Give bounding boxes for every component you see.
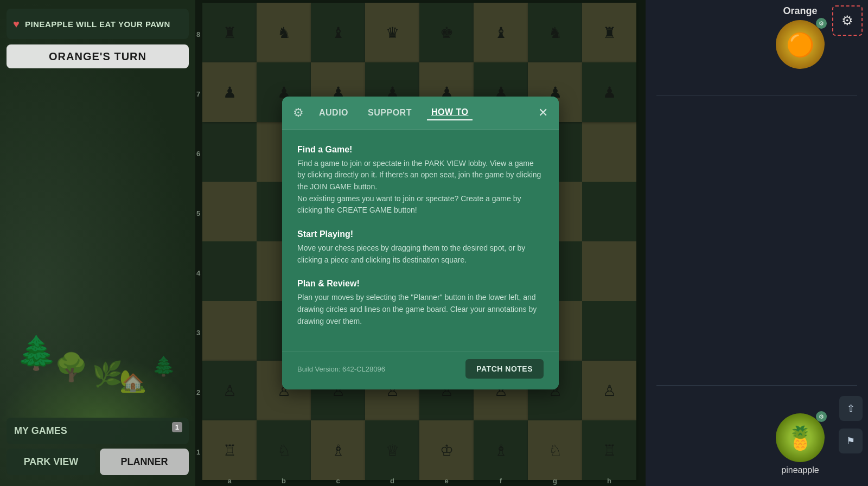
notification-bar: ♥ PINEAPPLE WILL EAT YOUR PAWN [7,9,189,39]
share-button[interactable]: ⇧ [839,396,863,421]
modal-body: Find a Game! Find a game to join or spec… [282,130,559,351]
notification-text: PINEAPPLE WILL EAT YOUR PAWN [25,20,170,29]
row-labels: 8 7 6 5 4 3 2 1 [196,4,200,482]
howto-plan-review-title: Plan & Review! [297,279,544,289]
planner-button[interactable]: PLANNER [100,449,189,475]
flag-icon: ⚑ [846,436,855,446]
orange-status-badge: ⚙ [816,18,827,29]
howto-find-game: Find a Game! Find a game to join or spec… [297,145,544,216]
howto-start-playing-title: Start Playing! [297,229,544,239]
howto-start-playing-text: Move your chess pieces by dragging them … [297,242,544,266]
howto-find-game-title: Find a Game! [297,145,544,155]
my-games-badge: 1 [172,422,182,432]
build-version: Build Version: 642-CL28096 [297,365,385,373]
modal-overlay: ⚙ AUDIO SUPPORT HOW TO ✕ Find a Game! Fi… [195,0,646,486]
bottom-row: PARK VIEW PLANNER [7,449,189,475]
scenery-decoration: 🌲 🌳 🌿 🏡 🌲 [0,258,195,421]
bottom-navigation: MY GAMES 1 PARK VIEW PLANNER [7,418,189,475]
player-orange-name: Orange [776,5,825,17]
turn-text: ORANGE'S TURN [49,50,146,63]
tab-support[interactable]: SUPPORT [363,106,416,120]
howto-plan-review-text: Plan your moves by selecting the "Planne… [297,292,544,327]
pineapple-emoji: 🍍 [786,425,814,451]
howto-plan-review: Plan & Review! Plan your moves by select… [297,279,544,327]
flag-button[interactable]: ⚑ [839,429,863,453]
modal-footer: Build Version: 642-CL28096 PATCH NOTES [282,351,559,389]
patch-notes-button[interactable]: PATCH NOTES [465,359,544,379]
divider-bottom [656,385,857,386]
modal-header: ⚙ AUDIO SUPPORT HOW TO ✕ [282,97,559,130]
modal-close-button[interactable]: ✕ [538,106,548,120]
heart-icon: ♥ [13,18,20,30]
player-pineapple-name: pineapple [776,465,825,475]
settings-gear-icon: ⚙ [293,106,304,120]
tab-audio[interactable]: AUDIO [315,106,353,120]
settings-modal: ⚙ AUDIO SUPPORT HOW TO ✕ Find a Game! Fi… [282,97,559,390]
turn-indicator: ORANGE'S TURN [7,44,189,68]
col-labels: a b c d e f g h [202,477,636,485]
tab-howto[interactable]: HOW TO [427,105,473,120]
my-games-button[interactable]: MY GAMES 1 [7,418,189,444]
orange-emoji: 🟠 [786,31,814,58]
howto-start-playing: Start Playing! Move your chess pieces by… [297,229,544,266]
right-sidebar: ⚙ Orange 🟠 ⚙ 🍍 ⚙ pineapple ⇧ ⚑ [646,0,868,486]
share-icon: ⇧ [847,403,855,414]
player-orange-container: Orange 🟠 ⚙ [776,5,825,69]
divider-top [656,95,857,95]
settings-icon: ⚙ [841,13,853,28]
pineapple-status-badge: ⚙ [816,411,827,422]
settings-button[interactable]: ⚙ [832,5,863,36]
howto-find-game-text: Find a game to join or spectate in the P… [297,158,544,216]
left-sidebar: 🌲 🌳 🌿 🏡 🌲 ♥ PINEAPPLE WILL EAT YOUR PAWN… [0,0,195,486]
player-pineapple-container: 🍍 ⚙ pineapple [776,413,825,475]
park-view-button[interactable]: PARK VIEW [7,449,95,475]
